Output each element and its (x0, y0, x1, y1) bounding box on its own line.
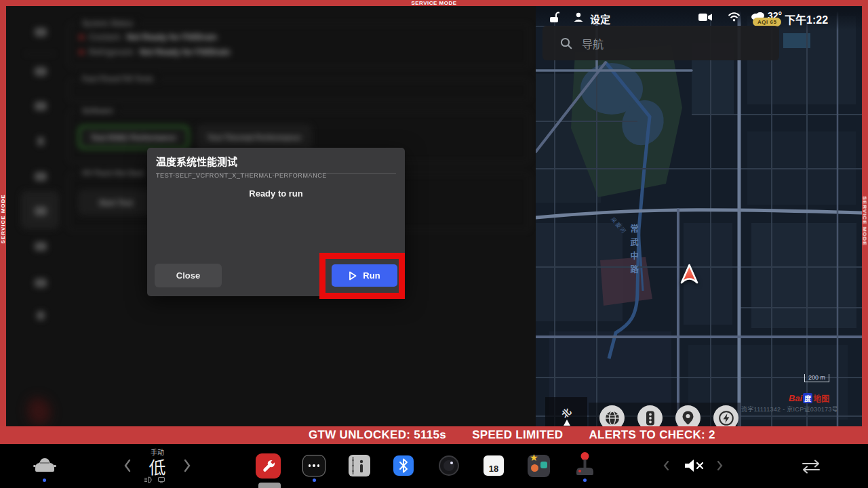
service-mode-top-strip: SERVICE MODE (0, 0, 868, 6)
car-controls-icon[interactable] (33, 456, 57, 474)
baidu-logo-text: Bai (789, 393, 802, 403)
lightning-icon (719, 411, 734, 426)
dialog-status-text: Ready to run (147, 188, 405, 199)
dialog-title: 温度系统性能测试 (156, 154, 396, 174)
alerts-to-check-text: ALERTS TO CHECK: 2 (589, 428, 715, 442)
service-app-icon[interactable] (256, 453, 281, 479)
wifi-icon[interactable] (728, 12, 741, 22)
compass-arrow-icon (564, 420, 570, 426)
charging-button[interactable] (713, 405, 738, 426)
places-button[interactable] (675, 405, 701, 426)
suspension-next-chevron[interactable] (183, 459, 191, 472)
map-pin-icon (682, 411, 694, 425)
display-icon (157, 476, 165, 483)
service-mode-label-left: SERVICE MODE (0, 203, 6, 244)
bluetooth-icon (398, 458, 409, 473)
nav-search-placeholder: 导航 (582, 35, 604, 52)
map-scale: 200 m (804, 374, 829, 382)
close-button[interactable]: Close (155, 264, 222, 287)
clock-label: 下午1:22 (785, 11, 828, 27)
arcade-app-icon[interactable] (574, 451, 596, 479)
unlocked-icon[interactable] (549, 12, 559, 23)
arcade-active-dot (583, 479, 587, 482)
bluetooth-app-icon[interactable] (393, 455, 414, 476)
volume-up-chevron[interactable] (716, 459, 724, 472)
star-icon: ★ (530, 452, 538, 463)
volume-down-chevron[interactable] (662, 459, 670, 472)
volume-muted-icon[interactable] (684, 458, 707, 474)
owners-manual-icon[interactable] (349, 455, 370, 476)
profile-icon[interactable] (573, 12, 584, 22)
map-license-text: 资字11111342 - 京ICP证030173号 (741, 405, 838, 413)
service-mode-right-strip: SERVICE MODE (862, 0, 868, 427)
search-icon (560, 37, 572, 49)
annotation-highlight-box (319, 253, 405, 299)
speed-limited-text: SPEED LIMITED (472, 428, 563, 442)
app-dock: 手动 低 (0, 444, 868, 488)
baidu-logo-glyph: 度 (803, 393, 812, 403)
app-launcher-icon[interactable] (302, 455, 326, 476)
map-canvas[interactable] (536, 6, 862, 426)
screen: System Status Coolant: Not Ready for Fil… (0, 0, 868, 488)
settings-label[interactable]: 设定 (590, 12, 610, 26)
ball-icon (531, 464, 538, 472)
map-layers-button[interactable] (599, 405, 625, 426)
service-mode-left-strip: SERVICE MODE (0, 0, 6, 427)
baidu-logo: Bai 度 地图 (789, 392, 829, 404)
map-panel: 常武中路 采菱河 设定 (536, 6, 862, 426)
manual-book-icon (349, 455, 370, 476)
suspension-level-label[interactable]: 低 (138, 454, 176, 479)
vehicle-location-arrow (679, 262, 699, 287)
dashcam-icon[interactable] (698, 13, 712, 22)
suspension-status-icons (144, 476, 165, 483)
driver-swap-icon[interactable] (800, 459, 822, 474)
calendar-day-label: 18 (489, 461, 498, 476)
calendar-app-icon[interactable]: 18 (484, 455, 504, 476)
apps-active-dot (313, 479, 316, 482)
headlight-icon (144, 476, 152, 483)
map-compass[interactable]: 北 (545, 397, 587, 426)
square-icon (540, 462, 547, 468)
street-label: 常武中路 (628, 224, 639, 279)
camera-lens-icon (443, 460, 454, 471)
service-mode-label-right: SERVICE MODE (862, 197, 868, 237)
ellipsis-icon (309, 464, 320, 467)
dialog-test-id: TEST-SELF_VCFRONT_X_THERMAL-PERFORMANCE (156, 172, 327, 179)
car-active-dot (43, 479, 46, 482)
wrench-icon (260, 458, 277, 474)
service-mode-label-top: SERVICE MODE (411, 0, 456, 6)
globe-icon (605, 411, 620, 426)
service-alert-banner: GTW UNLOCKED: 5115s SPEED LIMITED ALERTS… (0, 426, 868, 444)
service-tooltip-peek (258, 483, 281, 488)
traffic-button[interactable] (637, 405, 663, 426)
baidu-logo-suffix: 地图 (813, 392, 829, 404)
camera-app-icon[interactable] (439, 455, 459, 476)
nav-search-input[interactable]: 导航 (542, 26, 779, 60)
theater-app-icon[interactable]: ★ (528, 455, 550, 477)
suspension-prev-chevron[interactable] (123, 459, 132, 472)
gtw-unlocked-text: GTW UNLOCKED: 5115s (309, 428, 446, 442)
traffic-light-icon (646, 411, 655, 426)
compass-north-label: 北 (558, 405, 574, 420)
